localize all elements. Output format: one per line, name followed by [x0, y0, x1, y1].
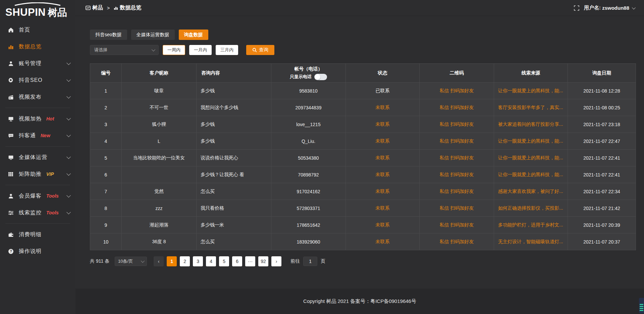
- cell-qr-links[interactable]: 私信 扫码加好友: [420, 200, 494, 217]
- chevron-down-icon: [141, 259, 145, 263]
- breadcrumb-root[interactable]: 树品: [92, 4, 103, 11]
- query-button[interactable]: 查询: [246, 45, 274, 55]
- chevron-down-icon: [66, 155, 71, 159]
- table-row: 9 潮起潮落 多少钱一米 178651642 未联系 私信 扫码加好友 多功能护…: [90, 217, 636, 233]
- cell-content: 多少钱: [197, 83, 271, 99]
- sidebar-item-label: 消费明细: [19, 231, 42, 238]
- cell-source-link[interactable]: 客厅安装投影半年多了，真实...: [494, 99, 568, 116]
- tab-media-operation-data[interactable]: 全媒体运营数据: [131, 30, 175, 40]
- prev-page-button[interactable]: ‹: [154, 256, 164, 266]
- sidebar-item-label: 矩阵助推: [19, 171, 42, 178]
- table-row: 10 36度 8 怎么买 183929060 未联系 私信 扫码加好友 无主灯设…: [90, 233, 636, 250]
- cell-qr-links[interactable]: 私信 扫码加好友: [420, 217, 494, 233]
- cell-status: 未联系: [346, 183, 420, 200]
- page-button[interactable]: 6: [232, 256, 242, 266]
- page-button[interactable]: 2: [180, 256, 190, 266]
- sidebar-item-media-operation[interactable]: 全媒体运营: [0, 149, 75, 166]
- cell-source-link[interactable]: 让你一眼就爱上的黑科技，能...: [494, 133, 568, 150]
- cell-source-link[interactable]: 无主灯设计，智能磁吸轨道灯...: [494, 233, 568, 250]
- screen-icon: [7, 154, 14, 161]
- sidebar-item-video-publish[interactable]: 视频发布: [0, 89, 75, 105]
- cell-id: 9: [90, 217, 122, 233]
- cell-source-link[interactable]: 感谢大家喜欢我家，被问了好...: [494, 183, 568, 200]
- tab-douyin-seo-data[interactable]: 抖音seo数据: [90, 30, 127, 40]
- sidebar-item-douyin-seo[interactable]: 抖音SEO: [0, 72, 75, 89]
- tab-inquiry-data[interactable]: 询盘数据: [179, 30, 208, 40]
- chevron-down-icon: [66, 77, 71, 82]
- sidebar-item-data-overview[interactable]: 数据总览: [0, 38, 75, 55]
- cell-status: 未联系: [346, 99, 420, 116]
- chat-bubble-icon: [7, 132, 14, 139]
- fullscreen-icon[interactable]: [574, 5, 579, 11]
- cell-source-link[interactable]: 让你一眼就爱上的黑科技，能...: [494, 150, 568, 166]
- cell-id: 8: [90, 200, 122, 217]
- sidebar-item-home[interactable]: 首页: [0, 21, 75, 38]
- sidebar-item-label: 首页: [19, 27, 30, 34]
- sidebar-item-matrix-boost[interactable]: 矩阵助推 VIP: [0, 166, 75, 182]
- cell-source-link[interactable]: 多功能护栏灯，适用于乡村文...: [494, 217, 568, 233]
- range-month-button[interactable]: 一月内: [189, 45, 212, 55]
- corner-widget[interactable]: [639, 298, 644, 313]
- sidebar-item-clue-monitor[interactable]: 线索监控 Tools: [0, 204, 75, 221]
- page-button[interactable]: ···: [245, 256, 255, 266]
- breadcrumb-chart-icon: [114, 6, 118, 10]
- status-badge: 未联系: [376, 105, 390, 110]
- cell-nickname: 36度 8: [122, 233, 197, 250]
- chevron-down-icon: [66, 94, 71, 99]
- user-menu[interactable]: 用户名: zswodun88: [584, 5, 635, 11]
- cell-content: 多少钱: [197, 133, 271, 150]
- page-button[interactable]: 3: [193, 256, 203, 266]
- sidebar-item-video-heat[interactable]: 视频加热 Hot: [0, 110, 75, 127]
- select-placeholder: 请选择: [94, 47, 107, 53]
- cell-source-link[interactable]: 让你一眼就爱上的黑科技，能...: [494, 166, 568, 183]
- vip-badge: VIP: [46, 171, 54, 177]
- range-week-button[interactable]: 一周内: [163, 45, 185, 55]
- sidebar-item-account[interactable]: 账号管理: [0, 55, 75, 72]
- cell-content: 我只看价格: [197, 200, 271, 217]
- page-button[interactable]: 1: [167, 256, 177, 266]
- cell-qr-links[interactable]: 私信 扫码加好友: [420, 116, 494, 133]
- cell-qr-links[interactable]: 私信 扫码加好友: [420, 150, 494, 166]
- cell-qr-links[interactable]: 私信 扫码加好友: [420, 133, 494, 150]
- sidebar-item-member-baoke[interactable]: 会员爆客 Tools: [0, 188, 75, 204]
- cell-status: 未联系: [346, 133, 420, 150]
- cell-id: 5: [90, 150, 122, 166]
- table-row: 1 啵章 多少钱 9583810 已联系 私信 扫码加好友 让你一眼就爱上的黑科…: [90, 83, 636, 99]
- corner-widget-stripes: [640, 304, 643, 312]
- phone-only-toggle[interactable]: [314, 74, 327, 80]
- cell-date: 2021-11-07 22:41: [568, 150, 636, 166]
- filter-select[interactable]: 请选择: [90, 45, 159, 55]
- page-button[interactable]: 4: [206, 256, 216, 266]
- page-size-select[interactable]: 10条/页: [115, 257, 147, 266]
- sidebar-item-help[interactable]: ? 操作说明: [0, 243, 75, 260]
- cell-source-link[interactable]: 如何正确选择投影仪，买投影...: [494, 200, 568, 217]
- sidebar-item-expense-detail[interactable]: 消费明细: [0, 226, 75, 243]
- goto-page-input[interactable]: [303, 257, 317, 266]
- cell-status: 未联系: [346, 166, 420, 183]
- cell-qr-links[interactable]: 私信 扫码加好友: [420, 166, 494, 183]
- col-status: 状态: [346, 64, 420, 83]
- cell-qr-links[interactable]: 私信 扫码加好友: [420, 233, 494, 250]
- cell-id: 4: [90, 133, 122, 150]
- question-icon: ?: [7, 248, 14, 255]
- app-logo: SHUPIN 树品: [0, 0, 75, 21]
- page-button[interactable]: 5: [219, 256, 229, 266]
- next-page-button[interactable]: ›: [271, 256, 281, 266]
- status-badge: 未联系: [376, 205, 390, 211]
- breadcrumb-home-icon: [86, 6, 91, 10]
- cell-status: 已联系: [346, 83, 420, 99]
- table-row: 6 多少钱？让我死心 看 70898792 未联系 私信 扫码加好友 让你一眼就…: [90, 166, 636, 183]
- cell-qr-links[interactable]: 私信 扫码加好友: [420, 99, 494, 116]
- col-source: 线索来源: [494, 64, 568, 83]
- cell-qr-links[interactable]: 私信 扫码加好友: [420, 83, 494, 99]
- cell-qr-links[interactable]: 私信 扫码加好友: [420, 183, 494, 200]
- page-button[interactable]: 92: [258, 256, 268, 266]
- chevron-down-icon: [632, 5, 636, 9]
- range-quarter-button[interactable]: 三月内: [216, 45, 238, 55]
- chevron-down-icon: [66, 61, 71, 65]
- new-badge: New: [41, 133, 50, 138]
- cell-source-link[interactable]: 被大家追着问的客厅投影分享...: [494, 116, 568, 133]
- sidebar-item-doketong[interactable]: 抖客通 New: [0, 127, 75, 144]
- cell-source-link[interactable]: 让你一眼就爱上的黑科技，能...: [494, 83, 568, 99]
- cell-nickname: L: [122, 133, 197, 150]
